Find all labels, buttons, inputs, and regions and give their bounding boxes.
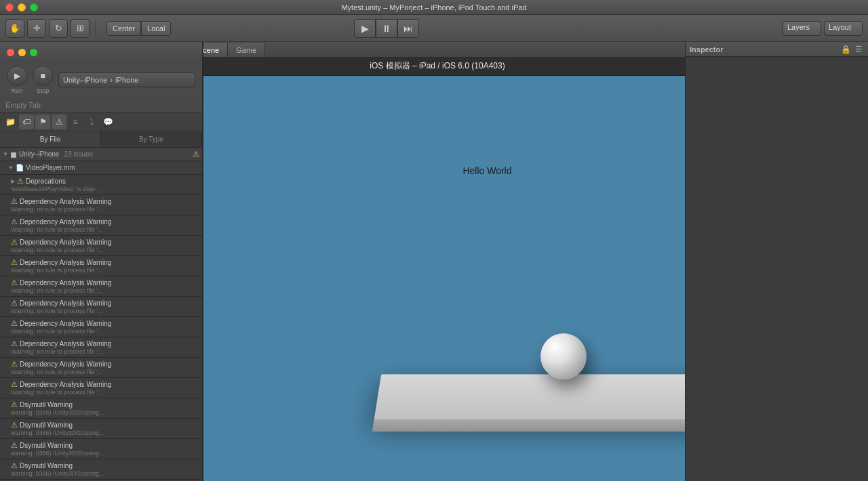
main-toolbar: ✋ ✛ ↻ ⊞ Center Local ▶ ⏸ ⏭ Layers Layout [0, 15, 868, 42]
scale-tool-button[interactable]: ⊞ [71, 19, 90, 38]
rotate-tool-button[interactable]: ↻ [49, 19, 68, 38]
issue-dsym-3[interactable]: ⚠ Dsymutil Warning warning: (i386) /Unit… [0, 439, 202, 459]
local-button[interactable]: Local [141, 21, 171, 36]
run-icon: ▶ [7, 66, 27, 86]
scheme-selector[interactable]: Unity–iPhone › iPhone [58, 72, 195, 87]
warn-icon: ⚠ [11, 258, 18, 267]
tab-game-label: Game [236, 46, 256, 54]
issue-dep-warn-5[interactable]: ⚠ Dependency Analysis Warning Warning: n… [0, 276, 202, 297]
tab-game[interactable]: Game [228, 43, 265, 57]
stop-button[interactable]: ■ Stop [33, 66, 53, 94]
run-button[interactable]: ▶ Run [7, 66, 27, 94]
ios-title-text: iOS 模拟器 – iPad / iOS 6.0 (10A403) [370, 60, 505, 72]
title-bar: Mytest.unity – MyPorject – iPhone, iPod … [0, 0, 868, 15]
move-tool-button[interactable]: ✛ [27, 19, 46, 38]
tab-by-type-label: By Type [139, 135, 163, 143]
ios-simulator-title: iOS 模拟器 – iPad / iOS 6.0 (10A403) [190, 57, 685, 76]
issue-sub: Warning: no rule to process file '... [11, 226, 194, 233]
inspector-lock-button[interactable]: 🔒 [840, 45, 852, 54]
xcode-min-btn[interactable] [18, 49, 26, 56]
issue-title-text: Dsymutil Warning [20, 462, 73, 469]
xcode-close-btn[interactable] [7, 49, 14, 56]
filter-chat-btn[interactable]: 💬 [100, 114, 115, 129]
warn-icon: ⚠ [11, 360, 18, 369]
issue-deprecation-group[interactable]: ▶ ⚠ Deprecations 'setAllowsAirPlayVideo:… [0, 175, 202, 195]
filter-arrow-btn[interactable]: ⤵ [84, 114, 99, 129]
dep-sub: 'setAllowsAirPlayVideo:' is depr... [11, 186, 194, 192]
toolbar-separator [95, 20, 96, 37]
file-name: VideoPlayer.mm [26, 164, 75, 171]
issue-title-text: Dsymutil Warning [20, 442, 73, 449]
pivot-mode-group: Center Local [106, 21, 171, 36]
issue-title-text: Dependency Analysis Warning [20, 381, 111, 388]
issue-dep-warn-1[interactable]: ⚠ Dependency Analysis Warning Warning: n… [0, 195, 202, 215]
issue-title-text: Dependency Analysis Warning [20, 218, 111, 226]
issue-title: ⚠ Dependency Analysis Warning [11, 238, 199, 247]
inspector-menu-button[interactable]: ☰ [854, 45, 864, 54]
scene-game-tabs: Scene Game [190, 42, 685, 57]
issue-title-text: Dependency Analysis Warning [20, 340, 111, 348]
issue-title-text: Dependency Analysis Warning [20, 320, 111, 327]
issue-title: ⚠ Dependency Analysis Warning [11, 380, 199, 389]
issue-dep-warn-8[interactable]: ⚠ Dependency Analysis Warning Warning: n… [0, 337, 202, 358]
issue-sub: Warning: no rule to process file '... [11, 389, 194, 396]
file-row[interactable]: ▼ 📄 VideoPlayer.mm [0, 161, 202, 175]
issue-dsym-1[interactable]: ⚠ Dsymutil Warning warning: (i386) /Unit… [0, 398, 202, 419]
issue-title-text: Dependency Analysis Warning [20, 198, 111, 205]
project-row[interactable]: ▼ ◼ Unity–iPhone 23 issues ⚠ [0, 148, 202, 161]
hello-world-text: Hello World [462, 165, 511, 176]
stop-icon: ■ [33, 66, 53, 86]
xcode-empty-tab: Empty Tab [0, 98, 202, 112]
filter-warning-btn[interactable]: ⚠ [52, 114, 66, 129]
game-viewport: Hello World [190, 76, 685, 481]
platform-side [372, 419, 685, 432]
scene-objects [378, 373, 650, 420]
issue-dep-warn-2[interactable]: ⚠ Dependency Analysis Warning Warning: n… [0, 215, 202, 236]
close-button[interactable] [5, 3, 14, 12]
warn-icon: ⚠ [11, 339, 18, 348]
maximize-button[interactable] [30, 3, 38, 12]
window-title: Mytest.unity – MyPorject – iPhone, iPod … [341, 3, 526, 12]
warn-icon: ⚠ [11, 461, 18, 470]
issue-dep-warn-3[interactable]: ⚠ Dependency Analysis Warning Warning: n… [0, 236, 202, 256]
issue-dsym-4[interactable]: ⚠ Dsymutil Warning warning: (i386) /Unit… [0, 459, 202, 480]
issue-dep-warn-9[interactable]: ⚠ Dependency Analysis Warning Warning: n… [0, 358, 202, 378]
sphere-mesh [540, 333, 587, 379]
filter-folder-btn[interactable]: 📁 [3, 114, 18, 129]
issue-title: ⚠ Dependency Analysis Warning [11, 278, 199, 287]
play-button[interactable]: ▶ [354, 19, 376, 38]
xcode-max-btn[interactable] [30, 49, 37, 56]
issue-sub: Warning: no rule to process file '... [11, 287, 194, 294]
tab-by-file[interactable]: By File [0, 131, 101, 147]
pause-button[interactable]: ⏸ [376, 19, 397, 38]
hand-tool-button[interactable]: ✋ [5, 19, 24, 38]
issue-dsym-2[interactable]: ⚠ Dsymutil Warning warning: (i386) /Unit… [0, 419, 202, 439]
issue-dep-warn-7[interactable]: ⚠ Dependency Analysis Warning Warning: n… [0, 317, 202, 337]
filter-tag-btn[interactable]: 🏷 [19, 114, 34, 129]
window-controls [5, 3, 38, 12]
tab-by-type[interactable]: By Type [101, 131, 202, 147]
issue-sub: Warning: no rule to process file '... [11, 267, 194, 274]
issue-dep-warn-6[interactable]: ⚠ Dependency Analysis Warning Warning: n… [0, 297, 202, 317]
app-container: Mytest.unity – MyPorject – iPhone, iPod … [0, 0, 868, 481]
layout-dropdown[interactable]: Layout [824, 21, 863, 36]
issue-sub: warning: (i386) /Unity3D/Dozeng... [11, 430, 194, 436]
inspector-panel: Inspector 🔒 ☰ [685, 42, 868, 481]
warn-icon: ⚠ [11, 217, 18, 226]
xcode-issues-list: ▼ ◼ Unity–iPhone 23 issues ⚠ ▼ 📄 VideoPl… [0, 148, 202, 481]
layers-dropdown[interactable]: Layers [783, 21, 821, 36]
filter-list-btn[interactable]: ≡ [68, 114, 83, 129]
issue-title-text: Dependency Analysis Warning [20, 238, 111, 246]
issue-title-text: Dependency Analysis Warning [20, 259, 111, 266]
minimize-button[interactable] [18, 3, 26, 12]
step-button[interactable]: ⏭ [397, 19, 419, 38]
center-button[interactable]: Center [106, 21, 141, 36]
issue-dep-warn-4[interactable]: ⚠ Dependency Analysis Warning Warning: n… [0, 256, 202, 276]
play-controls: ▶ ⏸ ⏭ [354, 19, 419, 38]
warn-icon: ⚠ [11, 197, 18, 206]
issue-title: ⚠ Dependency Analysis Warning [11, 360, 199, 369]
filter-flag-btn[interactable]: ⚑ [35, 114, 50, 129]
xcode-panel: ▶ Run ■ Stop Unity–iPhone › iPhone Empty… [0, 42, 203, 481]
issue-title-text: Dsymutil Warning [20, 401, 73, 409]
issue-dep-warn-10[interactable]: ⚠ Dependency Analysis Warning Warning: n… [0, 378, 202, 398]
